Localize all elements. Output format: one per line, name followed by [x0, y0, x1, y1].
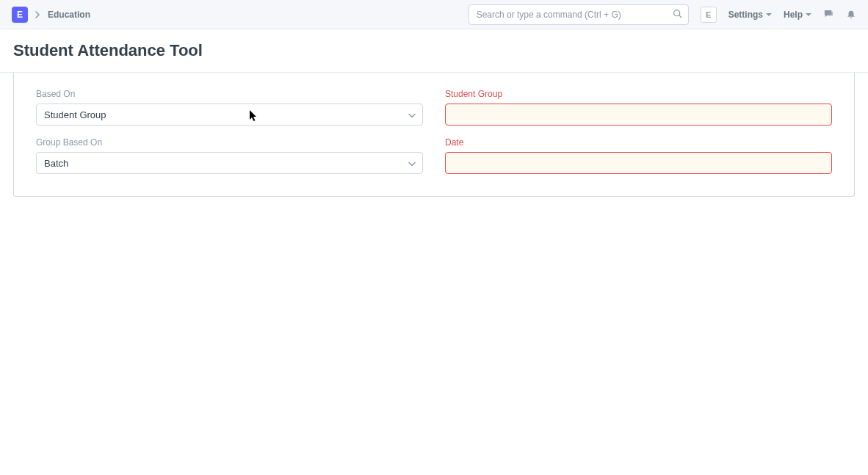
help-menu[interactable]: Help [784, 10, 811, 20]
input-student-group-wrap [445, 104, 832, 126]
form-card: Based On Student Group Group Based On Ba… [13, 73, 855, 197]
form-col-right: Student Group Date [445, 89, 832, 174]
input-date[interactable] [445, 152, 832, 174]
label-student-group: Student Group [445, 89, 832, 99]
bell-icon[interactable] [846, 10, 856, 20]
search-input[interactable] [469, 5, 688, 24]
breadcrumb-education[interactable]: Education [48, 10, 90, 20]
form-col-left: Based On Student Group Group Based On Ba… [36, 89, 423, 174]
help-label: Help [784, 10, 803, 20]
page-title: Student Attendance Tool [13, 41, 855, 60]
label-date: Date [445, 137, 832, 148]
svg-line-1 [679, 15, 681, 17]
form-row: Based On Student Group Group Based On Ba… [36, 89, 832, 174]
field-student-group: Student Group [445, 89, 832, 126]
user-avatar[interactable]: E [701, 7, 717, 23]
search-bar[interactable] [469, 4, 689, 25]
content-area: Based On Student Group Group Based On Ba… [0, 73, 868, 197]
select-group-based-on[interactable]: Batch [36, 152, 423, 174]
select-based-on[interactable]: Student Group [36, 104, 423, 126]
chevron-right-icon [35, 11, 40, 18]
select-based-on-value: Student Group [36, 104, 423, 126]
input-student-group[interactable] [445, 104, 832, 126]
nav-right: E Settings Help [469, 4, 856, 25]
svg-rect-2 [827, 12, 833, 16]
field-based-on: Based On Student Group [36, 89, 423, 126]
page-header: Student Attendance Tool [0, 29, 868, 73]
navbar: E Education E Settings Help [0, 0, 868, 29]
field-date: Date [445, 137, 832, 174]
label-group-based-on: Group Based On [36, 137, 423, 148]
field-group-based-on: Group Based On Batch [36, 137, 423, 174]
search-icon [673, 9, 682, 21]
settings-menu[interactable]: Settings [728, 10, 772, 20]
input-date-wrap [445, 152, 832, 174]
chat-icon[interactable] [823, 9, 834, 20]
app-logo[interactable]: E [12, 7, 28, 23]
caret-down-icon [766, 13, 772, 16]
nav-left: E Education [12, 7, 90, 23]
caret-down-icon [806, 13, 811, 16]
select-group-based-on-value: Batch [36, 152, 423, 174]
label-based-on: Based On [36, 89, 423, 99]
settings-label: Settings [728, 10, 763, 20]
